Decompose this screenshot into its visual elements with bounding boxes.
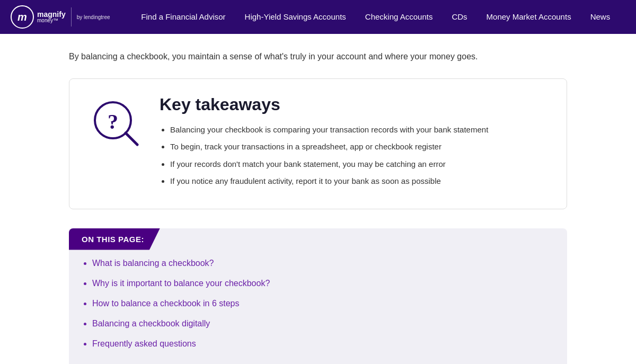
magnify-question-icon: ? [85,95,144,153]
svg-text:?: ? [108,110,118,134]
nav-link-savings[interactable]: High-Yield Savings Accounts [235,12,356,21]
on-this-page-links: What is balancing a checkbook? Why is it… [69,254,567,349]
svg-line-2 [126,133,137,145]
takeaway-item: If your records don't match your bank st… [170,158,545,171]
nav-item-money-market[interactable]: Money Market Accounts [477,12,581,22]
logo-lendingtree: by lendingtree [77,14,110,20]
otp-link-2[interactable]: Why is it important to balance your chec… [92,279,270,288]
otp-link-3[interactable]: How to balance a checkbook in 6 steps [92,299,240,308]
nav-item-checking[interactable]: Checking Accounts [356,12,443,22]
logo-sub: money™ [37,18,66,23]
takeaway-item: Balancing your checkbook is comparing yo… [170,124,545,136]
takeaway-item: If you notice any fraudulent activity, r… [170,175,545,188]
takeaways-list: Balancing your checkbook is comparing yo… [160,124,545,188]
nav-item-news[interactable]: News [581,12,620,22]
logo-separator [71,7,72,26]
otp-link-4[interactable]: Balancing a checkbook digitally [92,319,210,328]
logo[interactable]: m magnify money™ by lendingtree [11,5,110,29]
on-this-page-header: ON THIS PAGE: [69,228,160,250]
otp-item-1[interactable]: What is balancing a checkbook? [92,259,567,268]
main-nav: m magnify money™ by lendingtree Find a F… [0,0,636,34]
intro-text: By balancing a checkbook, you maintain a… [69,50,567,64]
takeaways-box: ? Key takeaways Balancing your checkbook… [69,78,567,209]
nav-link-news[interactable]: News [581,12,620,21]
nav-item-advisor[interactable]: Find a Financial Advisor [131,12,235,22]
nav-links: Find a Financial Advisor High-Yield Savi… [126,12,625,22]
takeaways-content: Key takeaways Balancing your checkbook i… [160,95,545,193]
nav-link-advisor[interactable]: Find a Financial Advisor [131,12,235,21]
on-this-page-header-wrap: ON THIS PAGE: [69,228,567,254]
otp-item-3[interactable]: How to balance a checkbook in 6 steps [92,299,567,308]
otp-item-5[interactable]: Frequently asked questions [92,339,567,349]
otp-item-4[interactable]: Balancing a checkbook digitally [92,319,567,329]
takeaways-title: Key takeaways [160,95,545,114]
otp-item-2[interactable]: Why is it important to balance your chec… [92,279,567,288]
on-this-page-container: ON THIS PAGE: What is balancing a checkb… [69,228,567,364]
logo-text: magnify money™ [37,11,66,23]
takeaway-item: To begin, track your transactions in a s… [170,141,545,153]
logo-letter: m [17,11,27,23]
nav-link-checking[interactable]: Checking Accounts [356,12,443,21]
main-content: By balancing a checkbook, you maintain a… [58,34,578,364]
otp-link-1[interactable]: What is balancing a checkbook? [92,259,214,268]
otp-link-5[interactable]: Frequently asked questions [92,339,196,348]
logo-circle: m [11,5,34,29]
nav-item-savings[interactable]: High-Yield Savings Accounts [235,12,356,22]
nav-link-money-market[interactable]: Money Market Accounts [477,12,581,21]
nav-link-cds[interactable]: CDs [442,12,476,21]
nav-item-cds[interactable]: CDs [442,12,476,22]
logo-brand: magnify [37,11,66,18]
